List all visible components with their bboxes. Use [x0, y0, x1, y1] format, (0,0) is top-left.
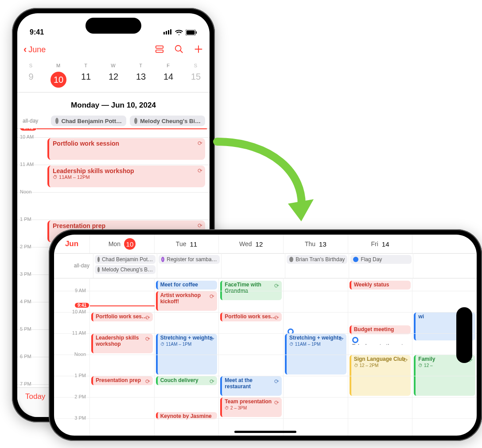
hour-label: Noon — [20, 189, 31, 194]
hour-label: 7 PM — [20, 381, 31, 386]
event-block[interactable]: FaceTime with Grandma⟳ — [220, 281, 282, 300]
all-day-event[interactable]: Chad Benjamin Pot… — [95, 255, 155, 264]
now-line: 9:41 — [90, 305, 155, 306]
day-header[interactable]: Tue11 — [154, 235, 219, 253]
week-day[interactable]: W12 — [100, 61, 127, 92]
birthday-icon — [134, 118, 137, 124]
repeat-icon: ⟳ — [210, 336, 214, 342]
week-day[interactable]: M10 — [45, 61, 72, 92]
search-icon[interactable] — [174, 44, 184, 55]
event-block[interactable]: Couch delivery⟳ — [156, 376, 218, 385]
all-day-cell: Register for samba… — [157, 253, 221, 278]
repeat-icon: ⟳ — [198, 140, 202, 147]
repeat-icon: ⟳ — [145, 336, 150, 342]
hour-label: 2 PM — [20, 244, 31, 249]
event-block[interactable]: Leadership skills workshop⏱ 11AM – 12PM⟳ — [47, 166, 205, 188]
day-column[interactable]: FaceTime with Grandma⟳Portfolio work ses… — [218, 278, 283, 436]
day-column[interactable]: Send b…Stretching + weights⏱ 11AM – 1PM⟳ — [283, 278, 348, 436]
week-day[interactable]: T11 — [72, 61, 100, 92]
calendar-dot-icon — [97, 267, 100, 272]
event-block[interactable]: Portfolio work ses…⟳ — [91, 313, 153, 321]
day-column[interactable]: 9:41Portfolio work ses…⟳Leadership skill… — [89, 278, 154, 436]
now-indicator: 9:41 — [75, 303, 89, 308]
repeat-icon: ⟳ — [210, 378, 214, 385]
all-day-cell — [413, 253, 477, 278]
repeat-icon: ⟳ — [210, 293, 214, 300]
calendar-dot-icon — [161, 257, 164, 262]
repeat-icon: ⟳ — [274, 282, 279, 289]
event-block[interactable]: Sign Language Club⏱ 12 – 2PM⟳ — [350, 355, 411, 396]
day-header[interactable]: Wed12 — [218, 235, 283, 253]
week-day[interactable]: T13 — [127, 61, 155, 92]
event-block[interactable]: Meet at the restaurant⟳ — [220, 376, 282, 396]
all-day-cell — [221, 253, 285, 278]
status-indicators — [163, 28, 197, 36]
svg-rect-3 — [156, 46, 163, 48]
event-block[interactable]: Team presentation⏱ 2 – 3PM⟳ — [220, 398, 282, 417]
event-block[interactable]: Stretching + weights⏱ 11AM – 1PM⟳ — [285, 334, 346, 375]
all-day-row: all-day Chad Benjamin Pot…Melody Cheung'… — [54, 253, 477, 278]
all-day-event[interactable]: Chad Benjamin Pott… — [51, 116, 126, 126]
event-block[interactable]: Budget meeting — [350, 325, 411, 334]
day-column[interactable]: Meet for coffeeArtist workshop kickoff!⟳… — [154, 278, 219, 436]
hour-line: 9 AM — [54, 291, 89, 291]
now-line — [37, 128, 207, 129]
hour-line: 10 AM — [54, 312, 89, 313]
event-block[interactable]: Take Luna to the vet — [350, 336, 411, 345]
chevron-left-icon: ‹ — [23, 44, 27, 55]
event-block[interactable]: Keynote by Jasmine — [156, 412, 218, 419]
svg-rect-4 — [156, 50, 163, 52]
hour-label: 11 AM — [20, 162, 34, 167]
dynamic-island — [86, 18, 141, 34]
svg-point-5 — [175, 45, 181, 51]
day-header[interactable] — [412, 235, 477, 253]
home-indicator[interactable] — [234, 431, 296, 433]
week-day[interactable]: S15 — [182, 61, 210, 92]
all-day-cell: Brian Tran's Birthday — [285, 253, 349, 278]
today-button[interactable]: Today — [25, 392, 45, 401]
event-block[interactable]: Send b… — [285, 327, 346, 334]
event-block[interactable]: Weekly status — [350, 281, 411, 290]
week-timeline[interactable]: 9 AM10 AM11 AMNoon1 PM2 PM3 PM 9:41Portf… — [54, 278, 477, 436]
day-header[interactable]: Mon10 — [89, 235, 154, 253]
repeat-icon: ⟳ — [274, 378, 279, 385]
back-button[interactable]: ‹ June — [23, 44, 46, 55]
all-day-cell: Chad Benjamin Pot…Melody Cheung's B… — [93, 253, 157, 278]
event-block[interactable]: Portfolio work session⟳ — [47, 138, 205, 160]
all-day-label: all-day — [54, 253, 93, 278]
now-indicator: 9:41 — [20, 128, 37, 131]
day-header[interactable]: Fri14 — [348, 235, 412, 253]
month-button[interactable]: Jun — [54, 235, 89, 253]
all-day-label: all-day — [23, 118, 47, 124]
event-block[interactable]: Meet for coffee — [156, 281, 218, 290]
event-block[interactable]: Presentation prep⟳ — [91, 376, 153, 385]
event-block[interactable]: Artist workshop kickoff!⟳ — [156, 291, 218, 311]
hour-label: 10 AM — [20, 134, 34, 139]
svg-rect-1 — [187, 30, 195, 34]
all-day-event[interactable]: Melody Cheung's Bi… — [130, 116, 205, 126]
all-day-event[interactable]: Flag Day — [350, 255, 411, 264]
all-day-event[interactable]: Melody Cheung's B… — [95, 265, 155, 274]
view-toggle-icon[interactable] — [155, 44, 164, 55]
calendar-dot-icon — [353, 257, 358, 262]
hour-label: 1 PM — [20, 216, 31, 222]
all-day-cell: Flag Day — [349, 253, 412, 278]
add-icon[interactable] — [194, 44, 203, 55]
event-block[interactable]: Leadership skills workshop⟳ — [91, 334, 153, 353]
hour-label: 9 AM — [75, 288, 86, 293]
event-block[interactable]: Stretching + weights⏱ 11AM – 1PM⟳ — [156, 334, 218, 375]
week-day[interactable]: F14 — [155, 61, 182, 92]
battery-icon — [186, 30, 197, 35]
day-header[interactable]: Thu13 — [283, 235, 348, 253]
hour-line: Noon — [54, 355, 89, 355]
week-day[interactable]: S9 — [17, 61, 45, 92]
hour-label: 4 PM — [20, 299, 31, 304]
repeat-icon: ⟳ — [274, 399, 279, 406]
hour-label: 1 PM — [74, 373, 86, 378]
event-block[interactable]: Portfolio work ses…⟳ — [220, 313, 282, 321]
all-day-event[interactable]: Register for samba… — [159, 255, 219, 264]
svg-line-6 — [180, 50, 183, 53]
day-column[interactable]: Weekly statusBudget meetingTake Luna to … — [348, 278, 412, 436]
hour-line: 3 PM — [54, 418, 89, 419]
all-day-event[interactable]: Brian Tran's Birthday — [287, 255, 347, 264]
